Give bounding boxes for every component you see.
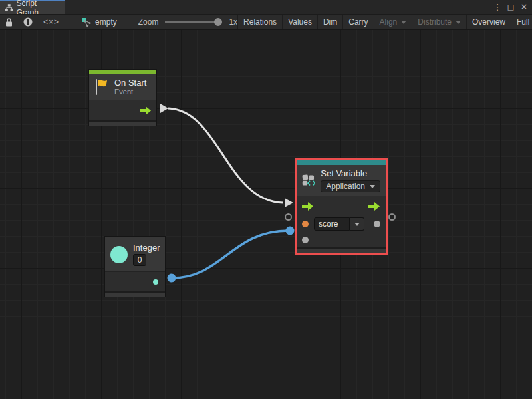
zoom-control: Zoom 1x: [138, 15, 237, 29]
connections-layer: [0, 30, 532, 399]
variable-name-dropdown[interactable]: [350, 217, 364, 231]
variable-output-port-hint[interactable]: [388, 213, 396, 221]
align-button[interactable]: Align: [374, 15, 412, 29]
window-menu-icon[interactable]: ⋮: [492, 1, 503, 13]
lock-icon: [5, 18, 13, 27]
node-footer: [297, 247, 386, 253]
code-icon: <×>: [43, 17, 59, 27]
variable-name-field: score: [314, 217, 364, 231]
graph-status-chip[interactable]: empty: [76, 15, 122, 29]
maximize-icon[interactable]: ◻: [505, 1, 516, 13]
node-header: Integer 0: [105, 237, 165, 271]
zoom-value: 1x: [229, 17, 237, 27]
button-label: Overview: [472, 17, 505, 27]
button-label: Align: [380, 17, 398, 27]
close-icon[interactable]: ✕: [519, 1, 529, 13]
chevron-down-icon: [456, 21, 461, 24]
distribute-button[interactable]: Distribute: [412, 15, 466, 29]
chevron-down-icon: [354, 223, 360, 226]
variable-name-port-hint[interactable]: [285, 213, 292, 221]
relations-button[interactable]: Relations: [238, 15, 282, 29]
carry-button[interactable]: Carry: [343, 15, 373, 29]
node-color-bar: [297, 160, 386, 165]
info-icon: [23, 17, 33, 27]
node-title: On Start: [114, 78, 146, 88]
flow-input-port[interactable]: [302, 202, 314, 211]
graph-status-label: empty: [95, 17, 117, 27]
integer-type-icon: [110, 246, 128, 263]
button-label: Carry: [348, 17, 368, 27]
node-set-variable[interactable]: Set Variable Application: [295, 158, 388, 255]
node-ports: [89, 100, 156, 120]
button-label: Values: [288, 17, 312, 27]
dim-button[interactable]: Dim: [318, 15, 342, 29]
graph-toolbar: <×> empty Zoom 1x Relations Values: [0, 14, 532, 30]
button-label: Relations: [243, 17, 277, 27]
variable-name-input[interactable]: score: [314, 217, 350, 231]
tab-bar: Script Graph ⋮ ◻ ✕: [0, 0, 532, 14]
node-header-text: On Start Event: [114, 78, 146, 96]
lock-button[interactable]: [0, 15, 18, 29]
window-controls: ⋮ ◻ ✕: [492, 0, 529, 14]
node-on-start[interactable]: On Start Event: [88, 69, 157, 126]
script-graph-window: Script Graph ⋮ ◻ ✕ <×>: [0, 0, 532, 399]
node-subtitle: Event: [114, 88, 146, 96]
overview-button[interactable]: Overview: [467, 15, 511, 29]
zoom-slider[interactable]: [165, 21, 221, 23]
flag-icon: [94, 78, 109, 96]
button-label: Distribute: [418, 17, 452, 27]
node-header: Set Variable Application: [297, 165, 386, 196]
values-button[interactable]: Values: [283, 15, 317, 29]
node-integer[interactable]: Integer 0: [104, 236, 166, 297]
flow-port-row: [297, 196, 386, 216]
node-ports: [105, 271, 165, 291]
graph-node-icon: [82, 18, 91, 27]
integer-value-input[interactable]: 0: [133, 254, 146, 266]
node-header: On Start Event: [89, 74, 156, 100]
button-label: Dim: [323, 17, 337, 27]
scope-value: Application: [326, 182, 365, 191]
full-screen-button[interactable]: Full Screen: [511, 15, 532, 29]
flow-output-port[interactable]: [140, 106, 152, 115]
node-header-text: Set Variable Application: [321, 168, 380, 192]
node-footer: [89, 120, 156, 126]
graph-canvas[interactable]: On Start Event: [0, 30, 532, 399]
flow-output-port[interactable]: [368, 202, 380, 211]
node-title: Integer: [133, 243, 160, 253]
connection-data-integer-to-setvariable[interactable]: [168, 227, 295, 283]
value-input-row: [297, 232, 386, 248]
variable-name-input-port[interactable]: [302, 221, 309, 227]
value-input-port[interactable]: [302, 237, 309, 243]
zoom-slider-handle[interactable]: [214, 18, 222, 26]
chevron-down-icon: [370, 185, 375, 188]
node-color-bar: [89, 70, 156, 74]
button-label: Full Screen: [517, 17, 532, 27]
info-button[interactable]: [18, 15, 38, 29]
chevron-down-icon: [401, 21, 406, 24]
zoom-label: Zoom: [138, 17, 159, 27]
node-header-text: Integer 0: [133, 243, 160, 266]
tab-script-graph[interactable]: Script Graph: [0, 0, 65, 14]
node-footer: [105, 291, 165, 297]
connection-flow-onstart-to-setvariable[interactable]: [160, 104, 293, 207]
variable-name-row: score: [297, 216, 386, 232]
variable-output-port[interactable]: [374, 221, 380, 227]
toolbar-right-buttons: Relations Values Dim Carry Align Distrib…: [237, 15, 532, 29]
node-title: Set Variable: [321, 168, 380, 178]
code-view-button[interactable]: <×>: [38, 15, 65, 29]
variable-scope-dropdown[interactable]: Application: [321, 180, 380, 192]
node-ports: score: [297, 196, 386, 247]
integer-output-port[interactable]: [153, 279, 158, 285]
variables-icon: [302, 172, 315, 189]
graph-hierarchy-icon: [5, 4, 13, 11]
